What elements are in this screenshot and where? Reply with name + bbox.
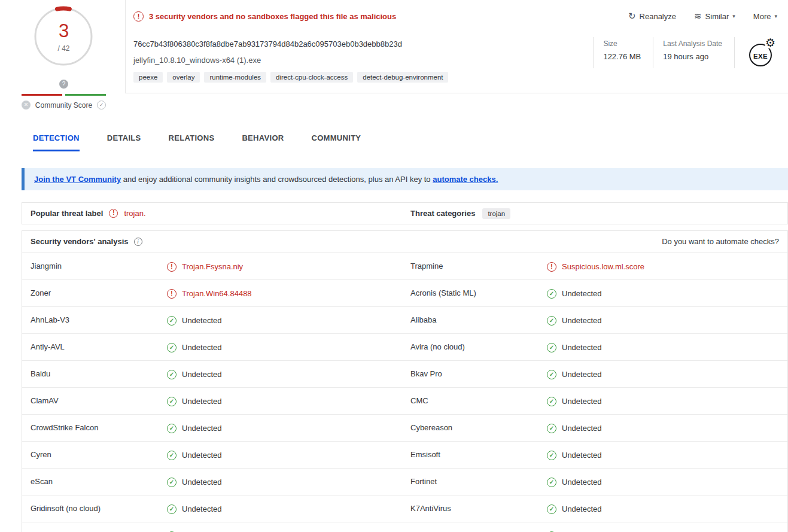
alert-circle-icon: ! — [167, 289, 177, 299]
detection-result: ✓Undetected — [167, 469, 222, 495]
tab-relations[interactable]: RELATIONS — [169, 133, 215, 151]
result-text: Undetected — [562, 316, 602, 325]
analysis-header: Security vendors' analysis i Do you want… — [22, 231, 787, 253]
tag[interactable]: runtime-modules — [204, 72, 266, 83]
detection-result: ✓Undetected — [547, 334, 602, 361]
tag[interactable]: detect-debug-environment — [357, 72, 448, 83]
check-circle-icon: ✓ — [547, 478, 556, 487]
table-row: Jiangmin!Trojan.Fsysna.niyTrapmine!Suspi… — [22, 253, 787, 280]
alert-circle-icon: ! — [167, 262, 177, 272]
vendor-name: Gridinsoft (no cloud) — [31, 495, 101, 522]
result-text: Undetected — [562, 397, 602, 406]
threat-category-chip[interactable]: trojan — [482, 208, 510, 219]
filetype-badge-exe: ⚙ EXE — [749, 38, 777, 68]
detection-result: ✓Undetected — [167, 442, 222, 469]
tag[interactable]: peexe — [133, 72, 163, 83]
check-circle-icon: ✓ — [167, 397, 177, 406]
tab-details[interactable]: DETAILS — [107, 133, 141, 151]
vendor-name: Jiangmin — [31, 253, 62, 279]
tag[interactable]: direct-cpu-clock-access — [270, 72, 353, 83]
result-text: Undetected — [182, 343, 222, 352]
automate-checks-prompt[interactable]: Do you want to automate checks? — [662, 231, 779, 253]
last-analysis-block: Last Analysis Date 19 hours ago — [653, 37, 734, 68]
table-row: AhnLab-V3✓UndetectedAlibaba✓Undetected — [22, 307, 787, 334]
vendor-name: AhnLab-V3 — [31, 307, 69, 333]
detection-result: ✓Undetected — [547, 388, 602, 415]
more-button[interactable]: More ▾ — [753, 12, 777, 21]
detection-result: ✓Undetected — [547, 442, 602, 469]
check-circle-icon: ✓ — [167, 316, 177, 326]
join-community-link[interactable]: Join the VT Community — [34, 175, 121, 184]
detection-result: ✓Undetected — [167, 495, 222, 522]
community-score-bar — [22, 94, 106, 96]
table-row: eScan✓UndetectedFortinet✓Undetected — [22, 469, 787, 495]
last-analysis-value: 19 hours ago — [663, 52, 722, 61]
check-circle-icon: ✓ — [167, 343, 177, 352]
help-icon[interactable]: ? — [59, 80, 68, 89]
table-row: Baidu✓UndetectedBkav Pro✓Undetected — [22, 361, 787, 388]
reanalyze-icon: ↻ — [628, 11, 636, 22]
check-circle-icon: ✓ — [547, 424, 556, 433]
result-text: Undetected — [562, 289, 602, 298]
detection-result: ✓Undetected — [547, 361, 602, 388]
tab-community[interactable]: COMMUNITY — [311, 133, 361, 151]
check-circle-icon: ✓ — [547, 451, 556, 460]
vendor-name: Cybereason — [410, 415, 452, 441]
detection-result: ✓Undetected — [547, 307, 602, 334]
vendor-name: Cyren — [31, 442, 51, 468]
community-score-negative-segment — [22, 94, 62, 96]
chevron-down-icon: ▾ — [732, 13, 735, 19]
check-circle-icon: ✓ — [167, 478, 177, 487]
detection-result: ✓Undetected — [167, 522, 222, 532]
check-circle-icon: ✓ — [547, 370, 556, 379]
tab-behavior[interactable]: BEHAVIOR — [242, 133, 284, 151]
tab-detection[interactable]: DETECTION — [33, 133, 80, 151]
file-hash: 76cc7b43f806380c3f8fa8dbe7ab93173794d84b… — [133, 39, 402, 48]
detection-result: ✓Undetected — [167, 415, 222, 442]
result-text: Undetected — [182, 316, 222, 325]
check-circle-icon: ✓ — [167, 451, 177, 460]
detection-result: ✓Undetected — [547, 415, 602, 442]
tag[interactable]: overlay — [167, 72, 200, 83]
detection-result: ✓Undetected — [547, 469, 602, 495]
check-circle-icon: ✓ — [547, 289, 556, 299]
check-circle-icon: ✓ — [547, 397, 556, 406]
file-header-card: ! 3 security vendors and no sandboxes fl… — [125, 0, 788, 93]
detection-result: ✓Undetected — [547, 280, 602, 307]
similar-button[interactable]: ≋ Similar ▾ — [694, 11, 735, 22]
table-row: CrowdStrike Falcon✓UndetectedCybereason✓… — [22, 415, 787, 442]
result-text: Undetected — [562, 343, 602, 352]
last-analysis-label: Last Analysis Date — [663, 39, 722, 48]
check-circle-icon: ✓ — [547, 316, 556, 326]
vendor-name: Fortinet — [410, 469, 437, 495]
filetype-label: EXE — [751, 53, 770, 60]
alert-circle-icon: ! — [109, 209, 118, 218]
chevron-down-icon: ▾ — [774, 13, 777, 19]
downvote-icon[interactable]: ✕ — [22, 101, 31, 110]
vendor-name: K7AntiVirus — [410, 495, 451, 522]
vendor-name: Baidu — [31, 361, 50, 387]
vendors-analysis-card: Security vendors' analysis i Do you want… — [22, 230, 788, 532]
reanalyze-button[interactable]: ↻ Reanalyze — [628, 11, 676, 22]
check-circle-icon: ✓ — [547, 343, 556, 352]
vendor-name: Bkav Pro — [410, 361, 442, 387]
detection-result: ✓Undetected — [547, 522, 602, 532]
vendor-name: Trapmine — [410, 253, 443, 279]
detection-result: !Trojan.Fsysna.niy — [167, 253, 243, 280]
table-row: Gridinsoft (no cloud)✓UndetectedK7AntiVi… — [22, 495, 787, 522]
alert-circle-icon: ! — [547, 262, 556, 272]
vendor-name: Emsisoft — [410, 442, 440, 468]
vendor-name: Zoner — [31, 280, 51, 306]
popular-threat-value: trojan. — [124, 209, 145, 218]
result-text: Undetected — [182, 478, 222, 487]
detection-result: !Trojan.Win64.84488 — [167, 280, 252, 307]
malicious-alert: ! 3 security vendors and no sandboxes fl… — [133, 11, 396, 22]
info-icon[interactable]: i — [134, 238, 142, 246]
size-label: Size — [603, 39, 641, 48]
tab-bar: DETECTION DETAILS RELATIONS BEHAVIOR COM… — [33, 133, 361, 151]
automate-checks-link[interactable]: automate checks. — [433, 175, 498, 184]
file-size-block: Size 122.76 MB — [593, 37, 653, 68]
upvote-icon[interactable]: ✓ — [97, 101, 106, 110]
check-circle-icon: ✓ — [547, 504, 556, 514]
gear-icon: ⚙ — [765, 37, 775, 48]
